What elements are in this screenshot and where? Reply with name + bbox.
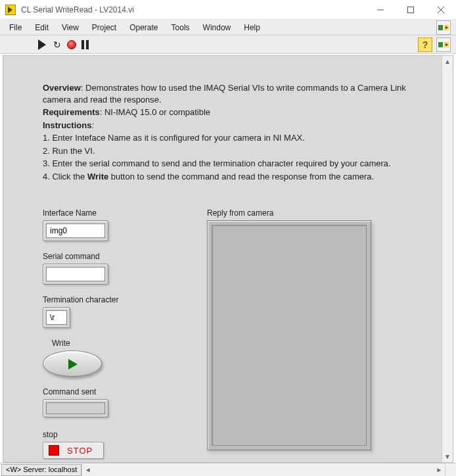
instr-2: 2. Run the VI. (43, 145, 413, 157)
instr-4a: 4. Click the (43, 172, 87, 181)
titlebar: CL Serial WriteRead - LV2014.vi (0, 0, 456, 20)
intro-text: Overview: Demonstrates how to used the I… (43, 82, 413, 182)
reply-output (207, 220, 371, 450)
labview-icon[interactable] (436, 20, 451, 35)
cmdsent-label: Command sent (43, 387, 174, 396)
interface-input[interactable] (46, 224, 105, 238)
svg-rect-4 (438, 25, 443, 30)
menubar: File Edit View Project Operate Tools Win… (0, 20, 456, 36)
menu-tools[interactable]: Tools (165, 21, 196, 34)
svg-rect-7 (438, 42, 443, 47)
stop-icon (49, 445, 59, 456)
menu-window[interactable]: Window (196, 21, 238, 34)
write-button[interactable] (43, 350, 102, 377)
requirements-text: : NI-IMAQ 15.0 or compatible (100, 107, 210, 117)
instructions-label: Instructions (43, 120, 91, 130)
menu-project[interactable]: Project (85, 21, 123, 34)
menu-help[interactable]: Help (237, 21, 267, 34)
minimize-button[interactable] (365, 0, 396, 20)
maximize-button[interactable] (396, 0, 426, 20)
write-label: Write (52, 339, 174, 348)
instr-4b: Write (87, 172, 108, 181)
pause-icon[interactable] (80, 40, 89, 49)
stop-button[interactable]: STOP (43, 442, 104, 459)
instr-3: 3. Enter the serial command to send and … (43, 158, 413, 170)
reply-label: Reply from camera (207, 208, 371, 218)
overview-text: : Demonstrates how to used the IMAQ Seri… (43, 83, 406, 105)
stop-button-label: STOP (67, 446, 93, 456)
close-button[interactable] (426, 0, 456, 20)
term-label: Termination character (43, 295, 174, 304)
cmdsent-output (46, 402, 105, 414)
run-continuous-icon[interactable]: ↻ (51, 39, 63, 50)
stop-label: stop (43, 430, 174, 439)
instr-1: 1. Enter Inteface Name as it is configur… (43, 132, 413, 144)
main-panel: Overview: Demonstrates how to used the I… (3, 55, 453, 463)
vi-icon[interactable] (436, 37, 451, 52)
scroll-corner (445, 464, 456, 476)
menu-view[interactable]: View (55, 21, 85, 34)
serial-label: Serial command (43, 252, 174, 261)
scroll-up-icon[interactable]: ▲ (442, 56, 453, 67)
abort-icon[interactable] (67, 40, 76, 49)
toolbar: ↻ ? (0, 36, 456, 54)
vertical-scrollbar[interactable]: ▲ ▼ (442, 56, 453, 462)
scroll-left-icon[interactable]: ◄ (82, 466, 93, 473)
scroll-right-icon[interactable]: ► (434, 466, 445, 473)
menu-file[interactable]: File (3, 21, 28, 34)
scroll-down-icon[interactable]: ▼ (442, 451, 453, 462)
overview-label: Overview (43, 83, 81, 93)
interface-label: Interface Name (43, 208, 174, 218)
app-icon (5, 5, 16, 15)
run-icon[interactable] (37, 39, 47, 50)
menu-operate[interactable]: Operate (123, 21, 164, 34)
requirements-label: Requirements (43, 107, 100, 117)
term-input[interactable] (46, 310, 67, 325)
instr-4c: button to send the command and read the … (108, 172, 374, 181)
horizontal-scrollbar[interactable]: ◄ ► (81, 464, 445, 476)
status-bar: <W> Server: localhost ◄ ► (0, 463, 456, 476)
window-title: CL Serial WriteRead - LV2014.vi (21, 5, 134, 14)
serial-input[interactable] (46, 267, 105, 281)
status-text: <W> Server: localhost (1, 464, 81, 476)
menu-edit[interactable]: Edit (28, 21, 55, 34)
svg-rect-1 (408, 7, 414, 12)
reply-inner (212, 225, 367, 446)
help-icon[interactable]: ? (418, 37, 432, 52)
